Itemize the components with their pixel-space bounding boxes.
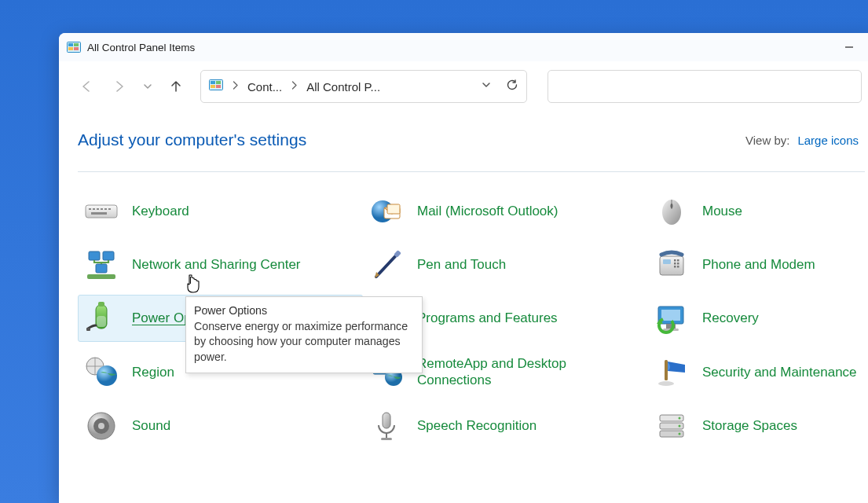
item-label: Region (132, 364, 174, 380)
network-icon (85, 248, 118, 281)
svg-rect-42 (97, 316, 106, 327)
security-icon (655, 355, 688, 388)
item-label: RemoteApp and Desktop Connections (417, 355, 639, 389)
item-label: Recovery (702, 310, 759, 326)
svg-rect-49 (661, 310, 680, 321)
svg-rect-14 (97, 208, 99, 210)
svg-rect-37 (677, 263, 679, 265)
phone-icon (655, 248, 688, 281)
refresh-button[interactable] (506, 79, 518, 94)
svg-rect-8 (216, 81, 221, 84)
sound-icon (85, 409, 118, 442)
item-label: Mail (Microsoft Outlook) (417, 203, 558, 219)
search-input[interactable] (548, 70, 862, 103)
speech-icon (370, 409, 403, 442)
svg-rect-59 (665, 360, 668, 380)
item-label: Phone and Modem (702, 256, 815, 273)
svg-line-29 (376, 253, 398, 277)
item-network[interactable]: Network and Sharing Center (78, 241, 363, 288)
svg-rect-10 (216, 85, 221, 88)
breadcrumb-item[interactable]: Cont... (247, 80, 282, 94)
svg-rect-4 (74, 47, 79, 50)
item-label: Sound (132, 417, 170, 434)
svg-rect-13 (93, 208, 95, 210)
svg-point-55 (97, 365, 117, 386)
control-panel-icon (209, 79, 223, 94)
svg-rect-35 (677, 259, 679, 262)
keyboard-icon (85, 195, 118, 228)
item-security[interactable]: Security and Maintenance (648, 348, 868, 396)
breadcrumb-item[interactable]: All Control P... (306, 80, 380, 94)
item-pen[interactable]: Pen and Touch (363, 241, 648, 288)
address-bar[interactable]: Cont... All Control P... (200, 70, 527, 103)
mail-icon (370, 195, 403, 228)
tooltip-title: Power Options (194, 303, 414, 319)
svg-rect-3 (68, 47, 73, 50)
breadcrumb-separator-icon[interactable] (291, 81, 297, 92)
minimize-button[interactable] (833, 36, 865, 58)
item-label: Keyboard (132, 203, 189, 219)
nav-row: Cont... All Control P... (59, 61, 868, 112)
svg-rect-28 (87, 274, 115, 279)
svg-rect-1 (68, 43, 73, 46)
region-icon (85, 355, 118, 388)
mouse-icon (655, 195, 688, 228)
svg-point-24 (671, 204, 673, 208)
breadcrumb-dropdown-icon[interactable] (481, 79, 492, 94)
content-area: Adjust your computer's settings View by:… (59, 112, 868, 503)
storage-icon (655, 409, 688, 442)
svg-rect-26 (103, 252, 114, 260)
svg-rect-39 (677, 266, 679, 268)
svg-rect-41 (98, 302, 104, 307)
titlebar: All Control Panel Items (59, 33, 868, 61)
breadcrumb-separator-icon[interactable] (233, 81, 238, 92)
svg-rect-2 (74, 43, 79, 46)
svg-point-71 (679, 424, 681, 427)
svg-rect-38 (674, 266, 676, 268)
svg-rect-21 (387, 204, 400, 214)
view-by-value[interactable]: Large icons (797, 134, 859, 147)
item-label: Storage Spaces (702, 417, 797, 434)
view-by-label: View by: (745, 134, 789, 147)
item-mail[interactable]: Mail (Microsoft Outlook) (363, 188, 648, 235)
item-recovery[interactable]: Recovery (648, 295, 868, 342)
back-button[interactable] (73, 73, 100, 100)
svg-rect-66 (381, 438, 392, 440)
item-label: Speech Recognition (417, 417, 537, 434)
svg-rect-17 (108, 208, 111, 210)
svg-rect-16 (104, 208, 107, 210)
up-button[interactable] (163, 73, 189, 100)
item-label: Pen and Touch (417, 256, 506, 273)
item-keyboard[interactable]: Keyboard (78, 188, 363, 235)
item-mouse[interactable]: Mouse (648, 188, 868, 235)
svg-point-72 (679, 432, 681, 435)
pen-icon (370, 248, 403, 281)
svg-rect-32 (660, 256, 683, 275)
history-dropdown[interactable] (139, 73, 156, 100)
svg-rect-15 (101, 208, 103, 210)
svg-rect-43 (86, 328, 90, 331)
control-panel-window: All Control Panel Items Cont... (59, 33, 868, 503)
item-sound[interactable]: Sound (78, 402, 363, 450)
item-speech[interactable]: Speech Recognition (363, 402, 648, 450)
item-label: Mouse (702, 203, 742, 219)
tooltip: Power Options Conserve energy or maximiz… (185, 296, 423, 373)
page-heading: Adjust your computer's settings (78, 130, 306, 149)
view-by-control[interactable]: View by: Large icons (745, 134, 859, 147)
svg-rect-12 (89, 208, 91, 210)
svg-rect-11 (86, 205, 117, 218)
svg-point-60 (658, 381, 674, 386)
svg-point-70 (679, 417, 681, 419)
svg-rect-7 (211, 81, 215, 84)
recovery-icon (655, 302, 688, 335)
svg-rect-64 (383, 413, 390, 428)
svg-rect-18 (91, 212, 107, 215)
svg-rect-25 (89, 252, 100, 260)
item-label: Security and Maintenance (702, 364, 857, 380)
item-phone[interactable]: Phone and Modem (648, 241, 868, 288)
forward-button[interactable] (106, 73, 133, 100)
svg-rect-27 (96, 264, 107, 273)
power-icon (85, 302, 118, 335)
item-storage[interactable]: Storage Spaces (648, 402, 868, 450)
svg-rect-36 (674, 263, 676, 265)
